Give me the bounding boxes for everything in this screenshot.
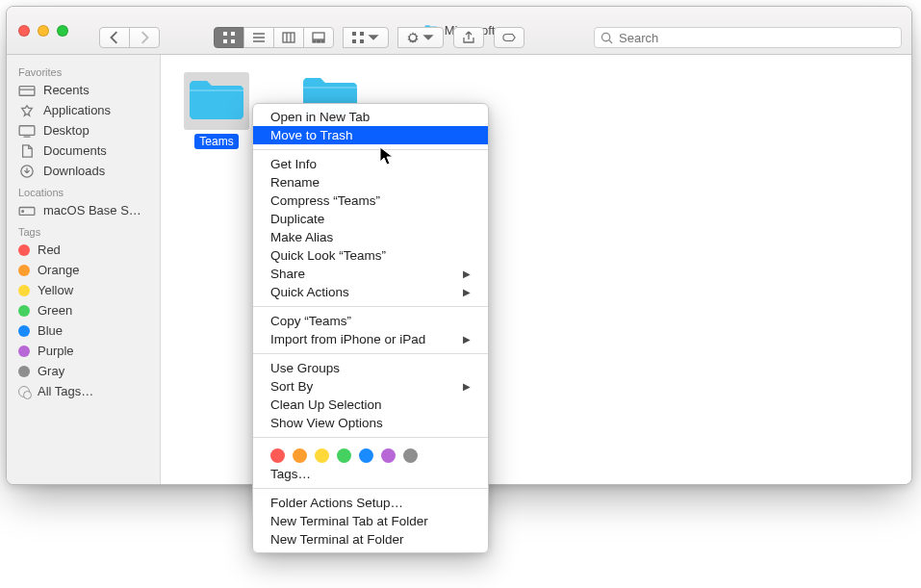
view-icons-button[interactable] <box>214 27 244 48</box>
titlebar: Microsoft <box>7 7 911 55</box>
sidebar-item-recents[interactable]: Recents <box>7 80 160 100</box>
tag-label: Orange <box>38 263 79 277</box>
sidebar-tag-gray[interactable]: Gray <box>7 361 160 381</box>
context-menu-item-copy-teams[interactable]: Copy “Teams” <box>253 312 488 330</box>
tag-label: Red <box>38 243 61 257</box>
tags-button[interactable] <box>494 27 524 48</box>
context-menu-separator <box>253 149 488 150</box>
sidebar-item-applications[interactable]: Applications <box>7 100 160 120</box>
context-menu-item-label: Clean Up Selection <box>270 397 382 412</box>
sidebar-heading-tags: Tags <box>7 220 160 240</box>
tag-label: Yellow <box>38 283 73 297</box>
svg-rect-7 <box>283 33 294 42</box>
nav-back-forward <box>99 27 160 48</box>
context-menu-item-label: Share <box>270 267 305 281</box>
cursor-icon <box>379 146 395 169</box>
tag-color-icon <box>18 386 30 397</box>
search-field[interactable] <box>594 27 902 48</box>
context-menu-item-label: Get Info <box>270 157 317 171</box>
forward-button[interactable] <box>129 27 160 48</box>
sidebar-item-documents[interactable]: Documents <box>7 141 160 161</box>
context-menu-item-new-terminal-at-folder[interactable]: New Terminal at Folder <box>253 530 488 549</box>
context-menu-item-folder-actions-setup[interactable]: Folder Actions Setup… <box>253 494 488 512</box>
svg-rect-22 <box>19 125 35 135</box>
tag-label: Blue <box>38 323 63 338</box>
tag-color-icon <box>18 345 30 357</box>
context-menu-item-get-info[interactable]: Get Info <box>253 155 488 173</box>
context-menu-item-sort-by[interactable]: Sort By▶ <box>253 377 488 396</box>
context-menu-item-duplicate[interactable]: Duplicate <box>253 210 488 228</box>
svg-rect-13 <box>321 40 324 42</box>
tag-label: All Tags… <box>38 384 93 398</box>
sidebar-tag-green[interactable]: Green <box>7 300 160 320</box>
context-menu-item-label: Open in New Tab <box>270 110 370 124</box>
share-button[interactable] <box>453 27 484 48</box>
context-menu-tag-color[interactable] <box>337 448 351 463</box>
sidebar-tag-red[interactable]: Red <box>7 240 160 260</box>
context-menu-item-tags[interactable]: Tags… <box>253 465 488 483</box>
svg-point-26 <box>22 210 24 212</box>
back-button[interactable] <box>99 27 130 48</box>
sidebar-tag-purple[interactable]: Purple <box>7 341 160 361</box>
context-menu-item-quick-actions[interactable]: Quick Actions▶ <box>253 283 488 301</box>
svg-point-18 <box>601 33 609 40</box>
context-menu-tag-color[interactable] <box>359 448 373 463</box>
submenu-arrow-icon: ▶ <box>463 381 471 392</box>
sidebar-tag-orange[interactable]: Orange <box>7 260 160 280</box>
sidebar-item-desktop[interactable]: Desktop <box>7 120 160 141</box>
svg-rect-11 <box>313 40 316 42</box>
context-menu-tag-color[interactable] <box>293 448 307 463</box>
folder-icon <box>184 72 249 130</box>
context-menu-item-rename[interactable]: Rename <box>253 173 488 192</box>
sidebar-item-macos-base[interactable]: macOS Base S… <box>7 200 160 220</box>
sidebar-heading-locations: Locations <box>7 181 160 200</box>
context-menu-item-label: New Terminal Tab at Folder <box>270 514 428 528</box>
tag-color-icon <box>18 244 30 256</box>
context-menu-item-move-to-trash[interactable]: Move to Trash <box>253 126 488 144</box>
view-mode-group <box>214 27 334 48</box>
context-menu-separator <box>253 437 488 438</box>
context-menu-item-use-groups[interactable]: Use Groups <box>253 359 488 377</box>
context-menu-item-new-terminal-tab-at-folder[interactable]: New Terminal Tab at Folder <box>253 512 488 530</box>
svg-rect-15 <box>360 32 364 36</box>
search-input[interactable] <box>619 31 895 45</box>
view-columns-button[interactable] <box>273 27 304 48</box>
context-menu-separator <box>253 306 488 307</box>
context-menu-tag-color[interactable] <box>270 448 285 463</box>
context-menu-item-label: Folder Actions Setup… <box>270 496 403 510</box>
context-menu-item-label: Quick Look “Teams” <box>270 248 386 263</box>
view-gallery-button[interactable] <box>303 27 334 48</box>
svg-rect-0 <box>223 32 227 36</box>
svg-rect-14 <box>352 32 356 36</box>
context-menu-tag-color[interactable] <box>381 448 396 463</box>
context-menu-tag-color[interactable] <box>315 448 329 463</box>
toolbar <box>7 25 911 50</box>
context-menu-item-show-view-options[interactable]: Show View Options <box>253 414 488 432</box>
action-menu-button[interactable] <box>397 27 444 48</box>
context-menu-item-label: Rename <box>270 175 320 190</box>
context-menu-item-import-from-iphone-or-ipad[interactable]: Import from iPhone or iPad▶ <box>253 330 488 348</box>
folder-item-teams[interactable]: Teams <box>182 72 251 149</box>
view-list-button[interactable] <box>243 27 274 48</box>
context-menu-item-label: Quick Actions <box>270 285 349 299</box>
tag-color-icon <box>18 265 30 276</box>
tag-color-icon <box>18 366 30 377</box>
context-menu-item-make-alias[interactable]: Make Alias <box>253 228 488 246</box>
svg-rect-16 <box>352 39 356 43</box>
context-menu-item-share[interactable]: Share▶ <box>253 265 488 283</box>
group-by-button[interactable] <box>343 27 389 48</box>
context-menu-item-compress-teams[interactable]: Compress “Teams” <box>253 192 488 210</box>
sidebar-tag-yellow[interactable]: Yellow <box>7 280 160 300</box>
tag-label: Purple <box>38 344 74 358</box>
context-menu-tag-color[interactable] <box>403 448 418 463</box>
tag-label: Green <box>38 303 72 318</box>
svg-rect-17 <box>360 39 364 43</box>
sidebar-tag-blue[interactable]: Blue <box>7 320 160 341</box>
context-menu-item-clean-up-selection[interactable]: Clean Up Selection <box>253 396 488 414</box>
tag-label: Gray <box>38 364 64 378</box>
sidebar-tag-alltags[interactable]: All Tags… <box>7 381 160 401</box>
action-group <box>398 27 444 48</box>
context-menu-item-quick-look-teams[interactable]: Quick Look “Teams” <box>253 246 488 265</box>
sidebar-item-downloads[interactable]: Downloads <box>7 161 160 181</box>
context-menu-item-open-in-new-tab[interactable]: Open in New Tab <box>253 108 488 126</box>
